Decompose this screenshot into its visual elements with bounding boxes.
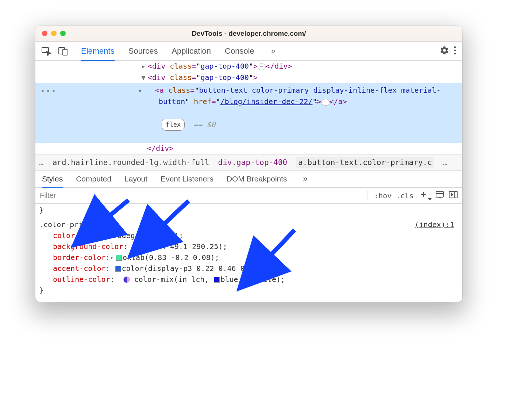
more-subtabs-button[interactable]: » [300,174,311,184]
divider [367,190,367,201]
crumb-item[interactable]: ard.hairline.rounded-lg.width-full [53,158,209,167]
tab-elements[interactable]: Elements [81,42,115,61]
styles-tabbar: Styles Computed Layout Event Listeners D… [35,170,462,188]
more-options-icon[interactable] [454,46,456,57]
settings-gear-icon[interactable] [440,46,449,57]
inspect-element-icon[interactable] [41,46,51,56]
dom-node[interactable]: ▼<div class="gap-top-400"> [35,72,462,83]
titlebar: DevTools - developer.chrome.com/ [35,26,462,42]
subtab-computed[interactable]: Computed [76,171,111,187]
color-swatch-icon[interactable] [133,244,139,250]
color-swatch-icon[interactable] [248,277,254,283]
css-declaration[interactable]: outline-color: color-mix(in lch, blue, w… [39,274,459,285]
new-style-rule-button[interactable] [419,190,432,201]
device-toggle-icon[interactable] [58,46,68,56]
more-tabs-button[interactable]: » [268,46,278,56]
close-window-button[interactable] [42,31,47,36]
dom-node[interactable]: ▸<div class="gap-top-400">⋯</div> [35,61,462,72]
dom-node-selected[interactable]: ••• ▸<a class="button-text color-primary… [35,83,462,143]
traffic-lights [35,31,66,36]
crumb-item[interactable]: div.gap-top-400 [218,158,288,167]
crumb-overflow-left[interactable]: … [39,158,44,167]
svg-rect-6 [436,191,443,197]
computed-styles-toggle-icon[interactable] [435,190,445,201]
svg-point-3 [454,46,456,48]
color-swatch-icon[interactable] [84,233,90,239]
href-link[interactable]: /blog/insider-dec-22/ [220,97,313,106]
window-title: DevTools - developer.chrome.com/ [35,30,462,38]
svg-point-5 [454,53,456,54]
minimize-window-button[interactable] [51,31,57,36]
color-swatch-icon[interactable] [214,277,220,283]
zoom-window-button[interactable] [60,31,66,36]
subtab-layout[interactable]: Layout [124,171,147,187]
breadcrumb[interactable]: … ard.hairline.rounded-lg.width-full div… [35,154,462,170]
css-close-brace: } [39,204,459,215]
crumb-item-selected[interactable]: a.button-text.color-primary.c [296,157,434,168]
subtab-dom-breakpoints[interactable]: DOM Breakpoints [227,171,287,187]
dom-node[interactable]: </div> [35,143,462,154]
subtab-styles[interactable]: Styles [42,171,63,188]
tab-console[interactable]: Console [225,42,254,60]
css-rule-cutoff[interactable]: (index):1 .button-text { [39,296,459,302]
crumb-overflow-right[interactable]: … [443,158,448,167]
tab-sources[interactable]: Sources [128,42,158,60]
color-swatch-icon[interactable] [115,266,121,272]
css-close-brace: } [39,285,459,296]
toggle-sidebar-icon[interactable] [448,190,458,201]
dollar-zero: == $0 [193,120,215,129]
filter-input[interactable] [40,191,363,200]
css-declaration[interactable]: color: hsl(240deg 100% 50%); [39,230,459,241]
svg-rect-2 [63,49,67,55]
css-declaration[interactable]: border-color:▸oklab(0.83 -0.2 0.08); [39,252,459,263]
more-actions-icon[interactable]: ••• [41,85,57,97]
rule-source-link[interactable]: (index):1 [415,219,454,230]
css-declaration[interactable]: background-color: lch(54 49.1 290.25); [39,241,459,252]
main-tabbar: Elements Sources Application Console » [35,42,462,61]
top-tabs: Elements Sources Application Console » [81,42,278,60]
divider [77,44,77,58]
divider [430,44,430,58]
svg-rect-7 [449,191,457,198]
css-declaration[interactable]: accent-color: color(display-p3 0.22 0.46… [39,263,459,274]
css-selector[interactable]: .color-primary [39,220,105,229]
devtools-window: DevTools - developer.chrome.com/ Element… [35,26,462,302]
color-mix-swatch-icon[interactable] [123,276,130,283]
flex-badge[interactable]: flex [162,119,185,131]
tab-application[interactable]: Application [171,42,211,60]
styles-toolbar: :hov .cls [35,188,462,204]
css-rule[interactable]: (index):1 .color-primary { color: hsl(24… [39,219,459,296]
color-swatch-icon[interactable] [116,255,122,261]
toggle-classes-button[interactable]: .cls [394,191,416,200]
toggle-hover-button[interactable]: :hov [372,191,394,200]
dom-tree[interactable]: ▸<div class="gap-top-400">⋯</div> ▼<div … [35,61,462,154]
css-rules-pane[interactable]: } (index):1 .color-primary { color: hsl(… [35,204,462,302]
subtab-event-listeners[interactable]: Event Listeners [161,171,213,187]
svg-point-4 [454,49,456,51]
